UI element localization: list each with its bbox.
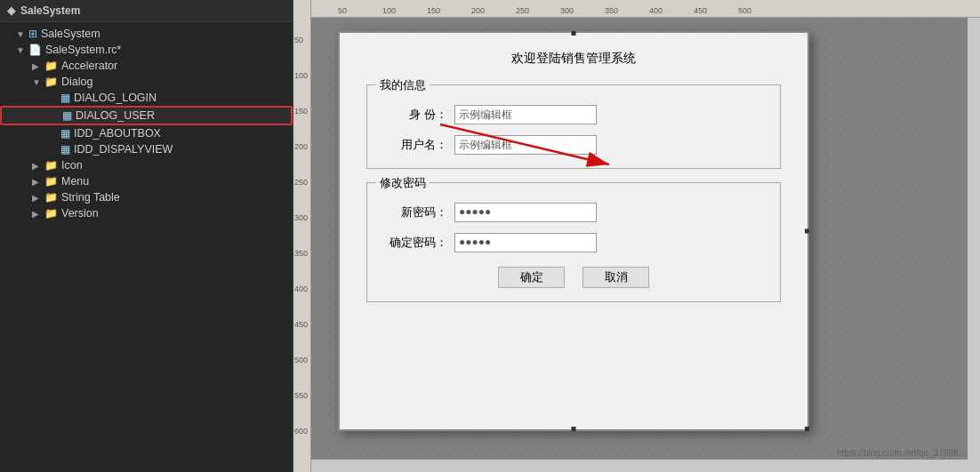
version-label: Version [61, 207, 289, 220]
confirm-password-row: 确定密码： ●●●●● [385, 233, 762, 252]
version-folder-icon: 📁 [44, 207, 58, 220]
dialog-content: 欢迎登陆销售管理系统 我的信息 身 份： 示例编辑框 用户名： 示例编辑框 [340, 33, 807, 333]
new-password-label: 新密码： [385, 204, 447, 220]
confirm-button[interactable]: 确定 [498, 267, 565, 288]
tree-item-dialog-user[interactable]: ▦ DIALOG_USER [0, 106, 293, 125]
identity-input[interactable]: 示例编辑框 [454, 105, 597, 124]
panel-title-icon: ◈ [7, 4, 15, 17]
tree-item-idd-aboutbox[interactable]: ▦ IDD_ABOUTBOX [0, 125, 293, 141]
rc-icon: 📄 [28, 44, 42, 56]
new-password-value: ●●●●● [459, 205, 491, 218]
panel-title-text: SaleSystem [20, 4, 80, 17]
confirm-password-value: ●●●●● [459, 236, 491, 248]
dialog-arrow [32, 77, 44, 87]
string-table-label: String Table [61, 191, 289, 204]
change-password-section: 修改密码 新密码： ●●●●● 确定密码： ●●●●● 确定 取消 [366, 182, 781, 302]
dialog-login-icon: ▦ [60, 92, 70, 104]
dialog-user-icon: ▦ [62, 109, 72, 122]
dialog-folder-icon: 📁 [44, 76, 58, 88]
accelerator-arrow [32, 61, 44, 71]
idd-displayview-label: IDD_DISPALYVIEW [74, 143, 289, 156]
menu-arrow [32, 177, 44, 187]
idd-displayview-icon: ▦ [60, 143, 70, 156]
username-label: 用户名： [385, 137, 447, 153]
icon-label: Icon [61, 159, 289, 172]
icon-arrow [32, 161, 44, 171]
dialog-designer: 50 100 150 200 250 300 350 400 450 500 5… [293, 0, 980, 472]
cancel-button[interactable]: 取消 [582, 267, 649, 288]
string-table-arrow [32, 193, 44, 203]
new-password-input[interactable]: ●●●●● [454, 203, 597, 222]
ruler-horizontal: 50 100 150 200 250 300 350 400 450 500 [293, 0, 980, 18]
tree-item-accelerator[interactable]: 📁 Accelerator [0, 58, 293, 74]
my-info-section: 我的信息 身 份： 示例编辑框 用户名： 示例编辑框 [366, 84, 781, 169]
root-label: SaleSystem [41, 28, 289, 40]
tree-item-dialog-login[interactable]: ▦ DIALOG_LOGIN [0, 90, 293, 106]
rc-arrow [16, 45, 28, 55]
username-placeholder: 示例编辑框 [459, 139, 512, 151]
identity-placeholder: 示例编辑框 [459, 108, 512, 121]
handle-bottom[interactable] [572, 427, 576, 431]
tree-item-icon[interactable]: 📁 Icon [0, 157, 293, 173]
change-password-title: 修改密码 [376, 175, 430, 191]
idd-aboutbox-icon: ▦ [60, 127, 70, 140]
folder-icon: 📁 [44, 60, 58, 72]
tree-item-version[interactable]: 📁 Version [0, 205, 293, 221]
my-info-title: 我的信息 [376, 77, 430, 93]
confirm-password-label: 确定密码： [385, 235, 447, 251]
button-row: 确定 取消 [385, 267, 762, 288]
ruler-vertical: 50 100 150 200 250 300 350 400 450 500 5… [293, 0, 311, 472]
username-row: 用户名： 示例编辑框 [385, 135, 762, 155]
root-arrow [16, 29, 28, 39]
dialog-user-label: DIALOG_USER [76, 109, 287, 122]
menu-folder-icon: 📁 [44, 175, 58, 188]
panel-title: ◈ SaleSystem [0, 0, 293, 22]
confirm-password-input[interactable]: ●●●●● [454, 233, 597, 252]
string-table-folder-icon: 📁 [44, 191, 58, 204]
tree-item-idd-displayview[interactable]: ▦ IDD_DISPALYVIEW [0, 141, 293, 157]
handle-bottom-right[interactable] [805, 427, 809, 431]
tree-view: ⊞ SaleSystem 📄 SaleSystem.rc* 📁 Accelera… [0, 22, 293, 225]
horizontal-scrollbar[interactable] [311, 460, 968, 472]
tree-item-menu[interactable]: 📁 Menu [0, 173, 293, 189]
watermark: https://blog.csdn.net/qq_37898... [837, 448, 966, 458]
solution-explorer: ◈ SaleSystem ⊞ SaleSystem 📄 SaleSystem.r… [0, 0, 293, 472]
dialog-login-label: DIALOG_LOGIN [74, 92, 289, 104]
dialog-folder-label: Dialog [61, 76, 289, 88]
version-arrow [32, 209, 44, 219]
vertical-scrollbar[interactable] [968, 18, 980, 472]
dialog-preview: 欢迎登陆销售管理系统 我的信息 身 份： 示例编辑框 用户名： 示例编辑框 [338, 31, 809, 431]
accelerator-label: Accelerator [61, 60, 289, 72]
idd-aboutbox-label: IDD_ABOUTBOX [74, 127, 289, 140]
dialog-title: 欢迎登陆销售管理系统 [366, 51, 781, 67]
icon-folder-icon: 📁 [44, 159, 58, 172]
handle-right[interactable] [805, 229, 809, 234]
new-password-row: 新密码： ●●●●● [385, 203, 762, 222]
identity-row: 身 份： 示例编辑框 [385, 105, 762, 124]
tree-item-string-table[interactable]: 📁 String Table [0, 189, 293, 205]
handle-top[interactable] [572, 31, 576, 36]
tree-item-dialog[interactable]: 📁 Dialog [0, 74, 293, 90]
project-icon: ⊞ [28, 28, 37, 40]
rc-label: SaleSystem.rc* [45, 44, 289, 56]
tree-item-rc[interactable]: 📄 SaleSystem.rc* [0, 42, 293, 58]
menu-label: Menu [61, 175, 289, 188]
identity-label: 身 份： [385, 107, 447, 123]
username-input[interactable]: 示例编辑框 [454, 135, 597, 155]
tree-root[interactable]: ⊞ SaleSystem [0, 26, 293, 42]
